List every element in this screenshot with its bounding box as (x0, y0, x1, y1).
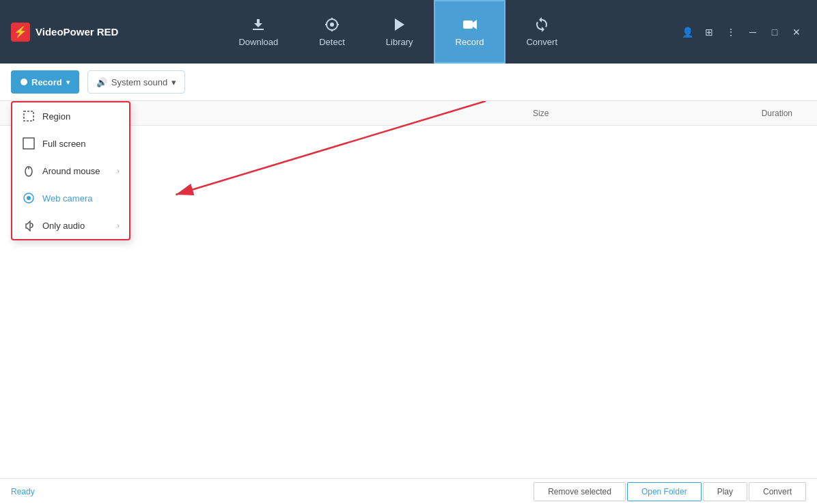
bottom-bar: Ready Remove selected Open Folder Play C… (0, 478, 817, 504)
only-audio-chevron: › (117, 221, 120, 229)
window-controls: 👤 ⊞ ⋮ ─ □ ✕ (678, 23, 806, 42)
tab-detect[interactable]: Detect (299, 0, 365, 64)
more-icon[interactable]: ⋮ (721, 23, 740, 42)
dropdown-item-only-audio[interactable]: Only audio › (12, 212, 129, 239)
dropdown-item-fullscreen[interactable]: Full screen (12, 130, 129, 157)
app-logo-icon: ⚡ (11, 23, 30, 42)
open-folder-button[interactable]: Open Folder (627, 482, 702, 501)
col-size-header: Size (533, 109, 669, 118)
user-icon[interactable]: 👤 (678, 23, 697, 42)
toolbar: Record ▾ 🔊 System sound ▾ (0, 64, 817, 101)
svg-rect-9 (24, 111, 33, 121)
record-dropdown-chevron: ▾ (66, 79, 70, 86)
convert-button[interactable]: Convert (749, 482, 806, 501)
nav-tabs: Download Detect Library Record Convert (118, 0, 678, 64)
app-name: VideoPower RED (36, 26, 118, 38)
play-button[interactable]: Play (703, 482, 747, 501)
bottom-actions: Remove selected Open Folder Play Convert (534, 482, 806, 501)
svg-rect-10 (23, 138, 34, 149)
remove-selected-button[interactable]: Remove selected (534, 482, 626, 501)
dropdown-region-label: Region (42, 111, 120, 122)
svg-rect-7 (463, 20, 473, 29)
tab-record-label: Record (456, 37, 484, 47)
grid-icon[interactable]: ⊞ (700, 23, 719, 42)
dropdown-web-camera-label: Web camera (42, 193, 120, 204)
library-icon (391, 16, 408, 33)
app-logo: ⚡ VideoPower RED (11, 23, 118, 42)
record-button-label: Record (31, 77, 62, 87)
system-sound-button[interactable]: 🔊 System sound ▾ (87, 70, 185, 94)
system-sound-label: System sound (111, 77, 167, 87)
svg-point-14 (27, 196, 31, 200)
fullscreen-icon (22, 137, 36, 150)
dropdown-only-audio-label: Only audio (42, 221, 110, 231)
mouse-icon (22, 164, 36, 178)
record-dropdown-menu: Region Full screen Around mouse › Web ca… (11, 101, 130, 240)
col-duration-header: Duration (669, 109, 806, 118)
detect-icon (324, 16, 340, 33)
tab-convert-label: Convert (526, 37, 557, 47)
region-icon (22, 109, 36, 123)
around-mouse-chevron: › (117, 167, 120, 175)
dropdown-around-mouse-label: Around mouse (42, 166, 110, 176)
dropdown-fullscreen-label: Full screen (42, 139, 120, 149)
dropdown-item-region[interactable]: Region (12, 102, 129, 130)
svg-marker-6 (395, 18, 404, 31)
record-button[interactable]: Record ▾ (11, 70, 79, 94)
tab-library[interactable]: Library (365, 0, 434, 64)
speaker-icon: 🔊 (96, 77, 107, 87)
tab-download[interactable]: Download (218, 0, 299, 64)
minimize-button[interactable]: ─ (743, 23, 762, 42)
convert-icon (534, 16, 550, 33)
tab-detect-label: Detect (319, 37, 345, 47)
download-icon (250, 16, 266, 33)
maximize-button[interactable]: □ (765, 23, 784, 42)
sound-chevron: ▾ (171, 77, 176, 87)
tab-download-label: Download (238, 37, 278, 47)
main-content: Region Full screen Around mouse › Web ca… (0, 101, 817, 478)
titlebar: ⚡ VideoPower RED Download Detect Library… (0, 0, 817, 64)
dropdown-item-web-camera[interactable]: Web camera (12, 184, 129, 212)
record-icon (462, 16, 478, 33)
audio-icon (22, 219, 36, 232)
tab-record[interactable]: Record (434, 0, 506, 64)
dropdown-item-around-mouse[interactable]: Around mouse › (12, 157, 129, 184)
tab-convert[interactable]: Convert (506, 0, 578, 64)
record-dot (20, 79, 27, 85)
svg-marker-8 (473, 20, 477, 29)
close-button[interactable]: ✕ (787, 23, 806, 42)
tab-library-label: Library (386, 37, 413, 47)
status-text: Ready (11, 487, 35, 496)
svg-point-1 (330, 23, 334, 27)
webcam-icon (22, 191, 36, 205)
